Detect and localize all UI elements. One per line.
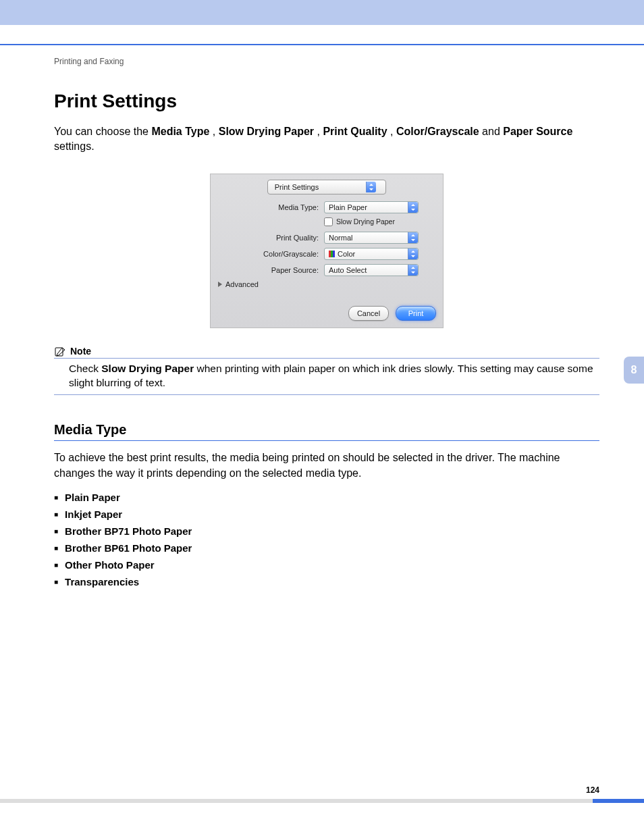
updown-icon — [408, 232, 418, 243]
print-button[interactable]: Print — [396, 306, 436, 321]
updown-icon — [408, 249, 418, 259]
list-item: Brother BP71 Photo Paper — [54, 523, 599, 540]
list-item: Plain Paper — [54, 489, 599, 506]
note-keyword: Slow Drying Paper — [101, 363, 194, 374]
print-quality-label: Print Quality: — [217, 234, 324, 242]
footer-rule — [0, 799, 644, 803]
paper-source-value: Auto Select — [325, 266, 408, 274]
media-type-select[interactable]: Plain Paper — [324, 201, 419, 213]
intro-kw: Media Type — [151, 126, 209, 137]
list-item: Other Photo Paper — [54, 556, 599, 573]
intro-kw: Print Quality — [323, 126, 387, 137]
page-title: Print Settings — [54, 90, 599, 112]
list-item: Inkjet Paper — [54, 506, 599, 523]
color-grayscale-value: Color — [338, 250, 355, 258]
note-heading: Note — [70, 346, 91, 357]
intro-text: You can choose the — [54, 126, 151, 137]
intro-kw: Paper Source — [503, 126, 572, 137]
color-grayscale-label: Color/Grayscale: — [217, 250, 324, 258]
running-header: Printing and Faxing — [54, 57, 599, 66]
media-type-value: Plain Paper — [325, 203, 408, 211]
chapter-tab: 8 — [624, 357, 644, 384]
print-quality-select[interactable]: Normal — [324, 232, 419, 244]
updown-icon — [408, 202, 418, 213]
color-swatch-icon — [329, 251, 335, 257]
intro-kw: Color/Grayscale — [396, 126, 479, 137]
section-body: To achieve the best print results, the m… — [54, 450, 599, 481]
print-settings-panel: Print Settings Media Type: Plain Paper S… — [210, 174, 444, 328]
slow-drying-checkbox[interactable] — [324, 217, 333, 226]
print-quality-value: Normal — [325, 234, 408, 242]
slow-drying-label: Slow Drying Paper — [336, 217, 395, 226]
section-rule — [54, 440, 599, 441]
paper-source-label: Paper Source: — [217, 266, 324, 274]
page-number: 124 — [586, 785, 599, 795]
panel-tab-selector[interactable]: Print Settings — [267, 180, 386, 194]
header-rule — [0, 44, 644, 45]
header-bar — [0, 0, 644, 25]
cancel-button[interactable]: Cancel — [348, 306, 389, 321]
intro-paragraph: You can choose the Media Type , Slow Dry… — [54, 124, 599, 155]
paper-source-select[interactable]: Auto Select — [324, 264, 419, 276]
updown-icon — [408, 265, 418, 276]
media-type-label: Media Type: — [217, 203, 324, 211]
intro-kw: Slow Drying Paper — [219, 126, 314, 137]
advanced-label: Advanced — [225, 280, 259, 288]
note-block: Note Check Slow Drying Paper when printi… — [54, 346, 599, 395]
color-grayscale-select[interactable]: Color — [324, 248, 419, 260]
advanced-disclosure[interactable]: Advanced — [217, 280, 436, 288]
list-item: Brother BP61 Photo Paper — [54, 540, 599, 556]
note-icon — [54, 346, 66, 357]
panel-tab-label: Print Settings — [275, 183, 319, 191]
updown-icon — [366, 182, 376, 192]
media-type-list: Plain Paper Inkjet Paper Brother BP71 Ph… — [54, 489, 599, 590]
list-item: Transparencies — [54, 573, 599, 590]
section-heading: Media Type — [54, 422, 599, 438]
disclosure-triangle-icon — [217, 282, 223, 287]
